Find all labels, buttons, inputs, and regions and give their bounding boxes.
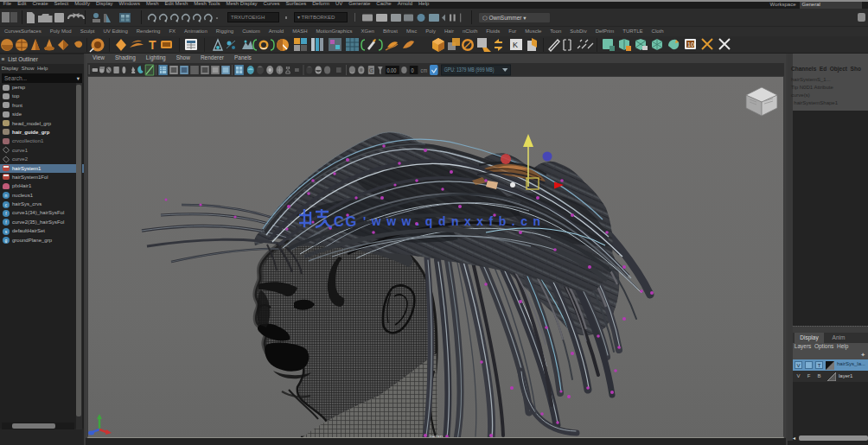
- svg-text:CG: CG: [334, 213, 358, 229]
- svg-text:T: T: [149, 38, 156, 52]
- svg-text:cm: cm: [421, 67, 427, 73]
- svg-text:0: 0: [411, 67, 414, 73]
- svg-text:0.00: 0.00: [386, 67, 396, 73]
- svg-text:GPU: 1379 MB (999 MB): GPU: 1379 MB (999 MB): [444, 67, 495, 73]
- svg-text:10: 10: [687, 41, 694, 48]
- svg-text:K: K: [513, 41, 518, 49]
- svg-text:'www.qdnxxfb.cn: 'www.qdnxxfb.cn: [363, 214, 546, 228]
- svg-text:persp: persp: [430, 434, 444, 437]
- svg-text:G: G: [369, 66, 373, 74]
